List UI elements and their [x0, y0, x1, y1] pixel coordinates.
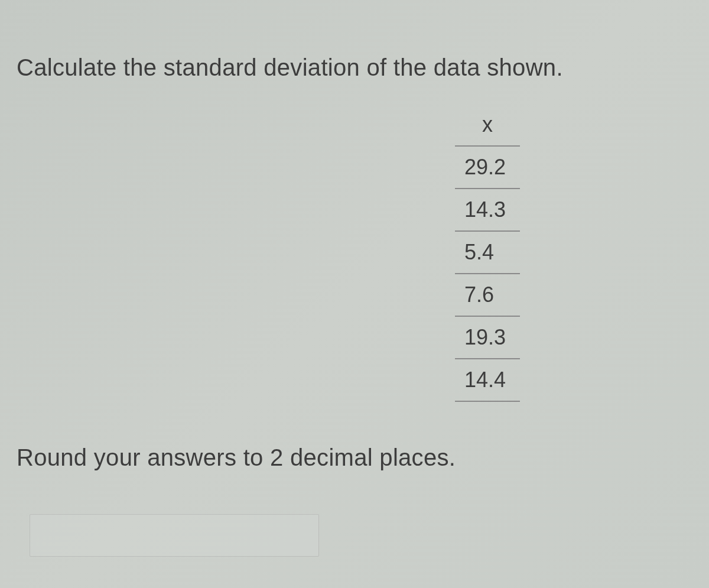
table-row: 19.3: [455, 316, 520, 359]
data-cell: 7.6: [455, 274, 520, 316]
data-cell: 14.4: [455, 359, 520, 401]
data-cell: 19.3: [455, 316, 520, 359]
question-prompt: Calculate the standard deviation of the …: [17, 54, 563, 81]
table-row: 29.2: [455, 146, 520, 189]
table-row: 7.6: [455, 274, 520, 316]
table-row: 14.4: [455, 359, 520, 401]
table-row: 5.4: [455, 231, 520, 274]
rounding-instruction: Round your answers to 2 decimal places.: [17, 444, 456, 471]
data-cell: 29.2: [455, 146, 520, 189]
table-row: 14.3: [455, 189, 520, 231]
data-table: x 29.2 14.3 5.4 7.6 19.3 14.4: [455, 106, 520, 402]
table-header-x: x: [455, 106, 520, 146]
data-cell: 5.4: [455, 231, 520, 274]
answer-input[interactable]: [30, 514, 319, 557]
data-cell: 14.3: [455, 189, 520, 231]
